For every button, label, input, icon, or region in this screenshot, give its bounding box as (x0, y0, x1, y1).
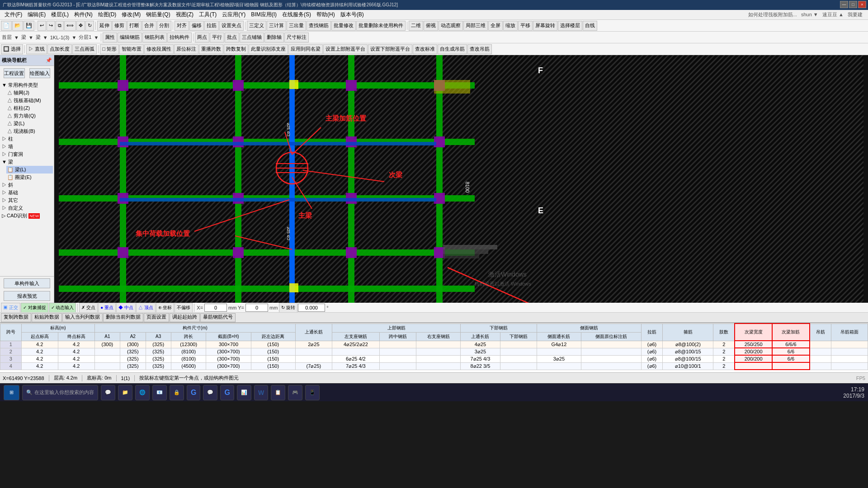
tb-move[interactable]: ✥ (76, 21, 85, 31)
tb-batch-delete[interactable]: 批量删除未使用构件 (356, 21, 406, 31)
tree-door-window[interactable]: ▷ 门窗洞 (1, 150, 53, 158)
table-cell[interactable]: (325) (120, 348, 146, 355)
tb-fullscreen[interactable]: 全屏 (488, 21, 503, 31)
tb-orbit[interactable]: 动态观察 (439, 21, 463, 31)
table-cell[interactable] (500, 341, 537, 348)
rotate-btn[interactable]: ↻ 旋转 (279, 303, 297, 313)
taskbar-word[interactable]: W (254, 385, 268, 400)
tb-align[interactable]: 对齐 (175, 21, 189, 31)
menu-rebar[interactable]: 钢筋量(Q) (143, 10, 173, 19)
table-cell[interactable] (94, 355, 120, 362)
tb-point-extend[interactable]: 点加长度 (47, 44, 72, 54)
snap-center[interactable]: ◆ 中点 (116, 303, 136, 313)
table-cell[interactable] (379, 348, 416, 355)
menu-help[interactable]: 帮助(H) (314, 10, 338, 19)
table-cell[interactable]: 2 (0, 348, 22, 355)
table-cell[interactable] (735, 362, 772, 370)
table-cell[interactable]: 7⌀25 4/3 (332, 362, 379, 370)
table-cell[interactable]: (4500) (171, 362, 206, 370)
snap-no-offset[interactable]: 不偏移 (175, 303, 193, 313)
tb-split[interactable]: 分割 (157, 21, 171, 31)
panel-pin[interactable]: 📌 (46, 57, 52, 63)
tb-replay-span[interactable]: 重播跨数 (199, 44, 223, 54)
table-cell[interactable]: ⌀8@100/15 (663, 348, 713, 355)
table-cell[interactable] (500, 348, 537, 355)
tb-open[interactable]: 📂 (12, 21, 23, 31)
start-button[interactable]: ⊞ (4, 385, 19, 400)
tb-top[interactable]: 俯视 (424, 21, 438, 31)
table-cell[interactable]: 4.2 (58, 348, 94, 355)
snap-dynamic[interactable]: ✓ 动态输入 (49, 303, 76, 313)
menu-modify[interactable]: 修改(M) (119, 10, 143, 19)
table-cell[interactable] (831, 348, 868, 355)
snap-midpoint[interactable]: ● 重点 (98, 303, 116, 313)
table-cell[interactable]: 8⌀22 3/5 (461, 362, 500, 370)
table-cell[interactable]: (325) (120, 362, 146, 370)
table-cell[interactable]: 300×700 (206, 341, 251, 348)
tree-shear-wall[interactable]: △ 剪力墙(Q) (6, 112, 53, 120)
menu-edit[interactable]: 编辑(E) (25, 10, 48, 19)
single-component-input-btn[interactable]: 单构件输入 (4, 278, 50, 288)
table-cell[interactable]: (300×700) (206, 348, 251, 355)
tb-copy[interactable]: ⧉ (56, 21, 64, 31)
rebar-symbol-btn[interactable]: 暴筋钢筋代号 (200, 313, 236, 322)
tb-save[interactable]: 💾 (24, 21, 34, 31)
tb-batch-point[interactable]: 批点 (225, 33, 239, 42)
tree-other[interactable]: ▷ 其它 (1, 197, 53, 204)
canvas-area[interactable]: ⌀25 4/3 ⌀25 4/2 8100 F E 主梁加筋位置 次梁 主梁 集中… (54, 55, 868, 303)
tb-rectangle[interactable]: □ 矩形 (100, 44, 119, 54)
table-cell[interactable]: 3 (0, 355, 22, 362)
table-cell[interactable]: 4.2 (21, 341, 58, 348)
taskbar-cortana[interactable]: 💬 (101, 385, 115, 400)
start-span-btn[interactable]: 调起起始跨 (170, 313, 200, 322)
table-cell[interactable] (537, 362, 581, 370)
table-cell[interactable] (810, 362, 831, 370)
tb-three-point-axis[interactable]: 三点铺轴 (240, 33, 264, 42)
table-cell[interactable]: (150) (251, 355, 295, 362)
tb-pan[interactable]: 平移 (518, 21, 533, 31)
table-cell[interactable]: 4.2 (58, 355, 94, 362)
tb-zoom[interactable]: 缩放 (503, 21, 518, 31)
tb-undo[interactable]: ↩ (38, 21, 46, 31)
tb-span-copy[interactable]: 跨数复制 (224, 44, 248, 54)
table-cell[interactable] (295, 348, 332, 355)
delete-col-data-btn[interactable]: 删除当前列数据 (103, 313, 143, 322)
taskbar-game[interactable]: 🎮 (288, 385, 302, 400)
tb-offset[interactable]: 偏移 (189, 21, 204, 31)
table-cell[interactable] (831, 362, 868, 370)
table-cell[interactable]: 3⌀25 (461, 348, 500, 355)
table-cell[interactable] (416, 355, 460, 362)
tb-parallel[interactable]: 平行 (210, 33, 224, 42)
tb-straight-line[interactable]: ▷ 直线 (26, 44, 47, 54)
tb-apply-same-beam[interactable]: 应用到同名梁 (288, 44, 323, 54)
table-cell[interactable]: 4.2 (58, 341, 94, 348)
table-cell[interactable]: (300) (120, 341, 146, 348)
snap-vertex[interactable]: △ 顶点 (136, 303, 156, 313)
table-cell[interactable]: (300) (94, 341, 120, 348)
table-cell[interactable]: 6/6 (772, 355, 810, 362)
tree-cad[interactable]: ▷ CAD识别 NEW (1, 212, 53, 220)
table-cell[interactable]: (7⌀25) (295, 362, 332, 370)
table-cell[interactable]: (150) (251, 341, 295, 348)
y-input[interactable] (245, 304, 268, 312)
tree-cast-slab[interactable]: △ 现浇板(B) (6, 127, 53, 135)
table-cell[interactable]: 3⌀25 (537, 355, 581, 362)
copy-span-data-btn[interactable]: 复制跨数据 (1, 313, 31, 322)
table-cell[interactable]: (8100) (171, 355, 206, 362)
taskbar-chat[interactable]: 💬 (203, 385, 217, 400)
paste-span-data-btn[interactable]: 粘贴跨数据 (32, 313, 62, 322)
table-cell[interactable] (581, 355, 642, 362)
tb-quantity[interactable]: 三出量 (287, 21, 306, 31)
tb-2d[interactable]: 二维 (409, 21, 423, 31)
table-cell[interactable]: (300×700) (206, 362, 251, 370)
table-cell[interactable]: 7⌀25 4/3 (461, 355, 500, 362)
table-cell[interactable]: (150) (251, 348, 295, 355)
taskbar-lock[interactable]: 🔒 (170, 385, 184, 400)
table-cell[interactable] (379, 355, 416, 362)
tree-frame-column[interactable]: △ 框柱(Z) (6, 104, 53, 112)
menu-tools[interactable]: 工具(T) (196, 10, 219, 19)
table-cell[interactable] (416, 362, 460, 370)
table-cell[interactable]: (⌀6) (641, 341, 662, 348)
tb-two-point[interactable]: 两点 (195, 33, 209, 42)
tb-identify-support[interactable]: 此量识别添支座 (249, 44, 288, 54)
